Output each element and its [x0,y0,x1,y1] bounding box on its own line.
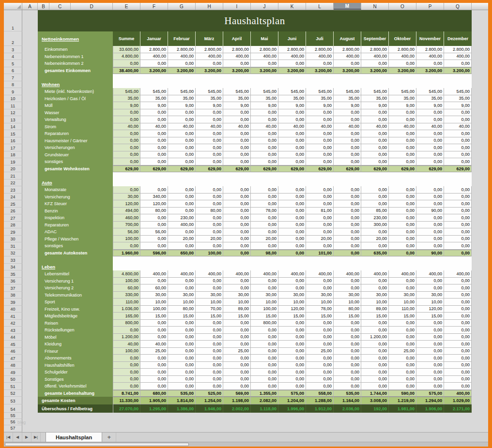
cell-E20[interactable]: 629,00 [113,165,140,173]
row-header-5[interactable]: 5 [4,60,22,67]
cell-P43[interactable]: 0,00 [416,327,444,334]
cell-O38[interactable]: 30,00 [389,292,416,299]
cell-J39[interactable]: 10,00 [251,299,278,306]
cell-L10[interactable]: 35,00 [306,95,334,103]
cell-label-53[interactable]: gesamte Kosten [38,397,113,404]
cell-Q40[interactable]: 0,00 [444,306,472,313]
cell-L20[interactable]: 629,00 [306,165,334,173]
cell-J48[interactable]: 0,00 [251,362,278,369]
cell-J44[interactable]: 0,00 [251,334,278,341]
cell-K39[interactable]: 10,00 [278,299,306,306]
cell-G11[interactable]: 9,00 [168,102,196,109]
cell-F47[interactable]: 0,00 [140,355,168,362]
column-header-D[interactable]: D [71,3,113,10]
cell-label-24[interactable]: Versicherung [38,194,113,201]
cell-H9[interactable]: 545,00 [196,88,223,95]
cell-K54[interactable]: 1.996,00 [278,404,306,413]
row-header-10[interactable]: 10 [4,95,22,103]
cell-N44[interactable]: 1.200,00 [361,334,389,341]
cell-E47[interactable]: 0,00 [113,355,140,362]
row-header-18[interactable]: 18 [4,151,22,159]
cell-F28[interactable]: 0,00 [140,222,168,229]
cell-G9[interactable]: 545,00 [168,88,196,95]
cell-F27[interactable]: 0,00 [140,214,168,222]
cell-I42[interactable]: 0,00 [223,320,251,327]
row-header-19[interactable]: 19 [4,158,22,165]
cell-G15[interactable]: 0,00 [168,130,196,137]
cell-I6[interactable]: 3.200,00 [223,67,251,75]
cell-G53[interactable]: 1.814,00 [168,397,196,404]
cell-L5[interactable]: 0,00 [306,60,334,67]
cell-G14[interactable]: 40,00 [168,123,196,131]
cell-L50[interactable]: 0,00 [306,376,334,383]
cell-I26[interactable]: 0,00 [223,208,251,215]
cell-I35[interactable]: 400,00 [223,270,251,278]
cell-O47[interactable]: 0,00 [389,355,416,362]
cell-L14[interactable]: 40,00 [306,123,334,131]
cell-J47[interactable]: 0,00 [251,355,278,362]
cell-N16[interactable]: 0,00 [361,137,389,145]
cell-N32[interactable]: 635,00 [361,250,389,257]
cell-N37[interactable]: 0,00 [361,284,389,292]
cell-M11[interactable]: 9,00 [334,102,361,109]
cell-E23[interactable]: 0,00 [113,186,140,194]
row-header-21[interactable]: 21 [4,172,22,179]
cell-J14[interactable]: 40,00 [251,123,278,131]
cell-G43[interactable]: 0,00 [168,327,196,334]
cell-N42[interactable]: 0,00 [361,320,389,327]
row-header-32[interactable]: 32 [4,250,22,257]
cell-E49[interactable]: 0,00 [113,369,140,376]
cell-L23[interactable]: 0,00 [306,186,334,194]
row-header-30[interactable]: 30 [4,236,22,243]
cell-N12[interactable]: 0,00 [361,109,389,117]
cell-label-38[interactable]: Telekommunikation [38,292,113,299]
cell-M26[interactable]: 0,00 [334,208,361,215]
column-header-H[interactable]: H [196,3,223,10]
row-header-37[interactable]: 37 [4,284,22,292]
cell-H14[interactable]: 40,00 [196,123,223,131]
cell-J53[interactable]: 2.082,00 [251,397,278,404]
cell-P10[interactable]: 35,00 [416,95,444,103]
cell-Q27[interactable]: 0,00 [444,214,472,222]
cell-Q47[interactable]: 0,00 [444,355,472,362]
column-header-cell-Summe[interactable]: Summe [113,31,140,46]
cell-N35[interactable]: 400,00 [361,270,389,278]
cell-E15[interactable]: 0,00 [113,130,140,137]
cell-N47[interactable]: 0,00 [361,355,389,362]
column-header-cell-Februar[interactable]: Februar [168,31,196,46]
cell-J9[interactable]: 545,00 [251,88,278,95]
cell-I46[interactable]: 25,00 [223,348,251,355]
cell-I25[interactable]: 0,00 [223,200,251,208]
cell-N26[interactable]: 85,00 [361,208,389,215]
cell-J5[interactable]: 0,00 [251,60,278,67]
cell-label-17[interactable]: Versicherungen [38,144,113,151]
row-header-49[interactable]: 49 [4,369,22,376]
cell-E17[interactable]: 0,00 [113,144,140,151]
cell-I51[interactable]: 0,00 [223,383,251,390]
cell-J46[interactable]: 0,00 [251,348,278,355]
cell-label-3[interactable]: Einkommen [38,46,113,53]
cell-O12[interactable]: 0,00 [389,109,416,117]
cell-Q42[interactable]: 0,00 [444,320,472,327]
cell-K3[interactable]: 2.800,00 [278,46,306,53]
cell-O52[interactable]: 590,00 [389,390,416,397]
cell-M53[interactable]: 1.164,00 [334,397,361,404]
cell-O13[interactable]: 0,00 [389,116,416,123]
cell-Q5[interactable]: 0,00 [444,60,472,67]
cell-J54[interactable]: 1.118,00 [251,404,278,413]
cell-P54[interactable]: 1.906,00 [416,404,444,413]
row-header-50[interactable]: 50 [4,376,22,383]
cell-P28[interactable]: 0,00 [416,222,444,229]
cell-H52[interactable]: 525,00 [196,390,223,397]
cell-K49[interactable]: 0,00 [278,369,306,376]
cell-K18[interactable]: 0,00 [278,151,306,159]
cell-G29[interactable]: 0,00 [168,228,196,236]
cell-label-37[interactable]: Versicherung 2 [38,284,113,292]
cell-H53[interactable]: 1.254,00 [196,397,223,404]
cell-H4[interactable]: 400,00 [196,53,223,60]
row-header-17[interactable]: 17 [4,144,22,151]
cell-E54[interactable]: 27.070,00 [113,404,140,413]
cell-E3[interactable]: 33.600,00 [113,46,140,53]
column-header-K[interactable]: K [278,3,306,10]
cell-F44[interactable]: 0,00 [140,334,168,341]
